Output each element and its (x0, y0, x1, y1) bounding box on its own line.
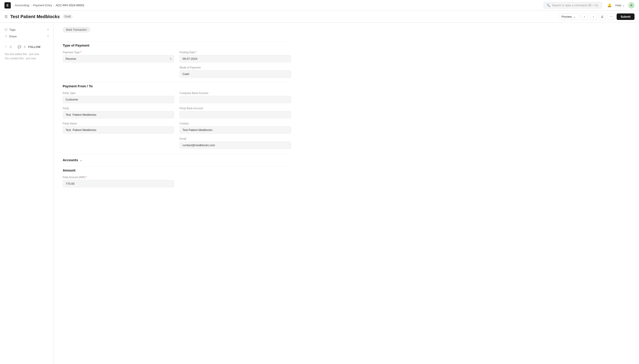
breadcrumb-sep-1: › (12, 4, 14, 7)
paid-amount-label: Paid Amount (INR)* (63, 176, 174, 179)
posting-date-required: * (196, 51, 196, 54)
follow-button[interactable]: FOLLOW (28, 46, 40, 48)
doc-header-actions: Preview ⌄ ‹ › 🖨 ··· Submit (558, 13, 634, 20)
party-group: Party (63, 107, 174, 118)
email-row: Email (63, 137, 291, 149)
type-of-payment-section-title: Type of Payment (63, 42, 291, 47)
sidebar-tags[interactable]: 🏷 Tags + (4, 26, 50, 33)
party-type-input[interactable] (63, 96, 174, 103)
paid-amount-row: Paid Amount (INR)* (63, 176, 291, 187)
party-name-group: Party Name (63, 122, 174, 134)
doc-header: ☰ Test Patient Medblocks Draft Preview ⌄… (0, 11, 639, 22)
party-type-label: Party Type (63, 92, 174, 95)
company-bank-account-label: Company Bank Account (180, 92, 291, 95)
share-icon: ↗ (4, 34, 7, 38)
nav-actions: 🔔 Help ⌄ A (607, 2, 634, 8)
tags-add-icon[interactable]: + (47, 28, 49, 32)
payment-type-row: Payment Type* Receive Pay Internal Trans… (63, 51, 291, 62)
last-edited-text: You last edited this · just now (4, 52, 49, 56)
help-label: Help (615, 4, 621, 7)
heart-icon: ♡ (4, 45, 7, 48)
app-logo[interactable]: E (4, 2, 11, 8)
company-bank-account-input[interactable] (180, 96, 291, 103)
breadcrumb: › Accounting › Payment Entry › ACC-PAY-2… (12, 4, 84, 7)
paid-amount-input[interactable] (63, 180, 174, 187)
preview-chevron-icon: ⌄ (573, 15, 576, 18)
party-name-row: Party Name Contact (63, 122, 291, 134)
doc-menu-icon[interactable]: ☰ (4, 14, 8, 19)
comment-icon: 💬 (18, 45, 21, 48)
preview-label: Preview (562, 15, 572, 18)
top-nav: E › Accounting › Payment Entry › ACC-PAY… (0, 0, 639, 11)
breadcrumb-accounting[interactable]: Accounting (15, 4, 29, 7)
form-content: Bank Transaction Type of Payment Payment… (54, 22, 300, 187)
paid-amount-required: * (86, 176, 87, 179)
posting-date-label: Posting Date* (180, 51, 291, 54)
party-bank-account-label: Party Bank Account (180, 107, 291, 110)
breadcrumb-sep-2: › (31, 4, 32, 7)
sidebar-edit-info: You last edited this · just now You crea… (4, 50, 50, 62)
breadcrumb-sep-3: › (53, 4, 54, 7)
accounts-chevron-icon: ⌄ (80, 158, 82, 162)
help-menu[interactable]: Help ⌄ (615, 4, 625, 7)
avatar[interactable]: A (628, 2, 634, 8)
search-icon: 🔍 (546, 4, 550, 7)
sidebar-stats: ♡ 0 · 💬 0 FOLLOW (4, 44, 50, 50)
accounts-section[interactable]: Accounts ⌄ (63, 154, 291, 162)
bell-icon[interactable]: 🔔 (607, 3, 612, 8)
amount-section-title: Amount (63, 166, 291, 172)
party-label: Party (63, 107, 174, 110)
breadcrumb-doc-id[interactable]: ACC-PAY-2024-00001 (56, 4, 84, 7)
company-bank-account-group: Company Bank Account (180, 92, 291, 103)
paid-amount-group: Paid Amount (INR)* (63, 176, 174, 187)
payment-type-label: Payment Type* (63, 51, 174, 54)
main-content: Bank Transaction Type of Payment Payment… (54, 22, 639, 364)
breadcrumb-payment-entry[interactable]: Payment Entry (33, 4, 52, 7)
payment-type-group: Payment Type* Receive Pay Internal Trans… (63, 51, 174, 62)
email-input[interactable] (180, 142, 291, 149)
layout: 🏷 Tags + ↗ Share + ♡ 0 · 💬 0 FOLLOW You … (0, 22, 639, 364)
sidebar-share[interactable]: ↗ Share + (4, 33, 50, 40)
likes-count: 0 (10, 45, 12, 48)
payment-type-select-wrapper: Receive Pay Internal Transfer ⇅ (63, 55, 174, 62)
created-text: You created this · just now (4, 56, 49, 61)
share-label: Share (9, 35, 17, 38)
party-name-input[interactable] (63, 126, 174, 134)
more-button[interactable]: ··· (608, 13, 615, 20)
email-label: Email (180, 137, 291, 140)
share-add-icon[interactable]: + (47, 34, 49, 38)
status-badge: Draft (62, 14, 73, 19)
party-type-group: Party Type (63, 92, 174, 103)
comments-count: 0 (24, 45, 26, 48)
contact-input[interactable] (180, 126, 291, 134)
party-type-row: Party Type Company Bank Account (63, 92, 291, 103)
tag-icon: 🏷 (4, 28, 8, 31)
bank-transaction-tag[interactable]: Bank Transaction (63, 27, 90, 32)
payment-from-to-section-title: Payment From / To (63, 82, 291, 88)
posting-date-input[interactable] (180, 55, 291, 62)
mode-of-payment-row: Mode of Payment (63, 66, 291, 78)
payment-type-select[interactable]: Receive Pay Internal Transfer (63, 55, 174, 62)
mode-of-payment-label: Mode of Payment (180, 66, 291, 69)
payment-type-required: * (80, 51, 82, 54)
search-bar[interactable]: 🔍 Search or type a command (⌘ + G) (544, 2, 602, 8)
preview-button[interactable]: Preview ⌄ (558, 14, 579, 20)
mode-of-payment-input[interactable] (180, 70, 291, 78)
contact-label: Contact (180, 122, 291, 125)
posting-date-group: Posting Date* (180, 51, 291, 62)
party-row: Party Party Bank Account (63, 107, 291, 118)
help-chevron-icon: ⌄ (622, 4, 625, 7)
mode-of-payment-group: Mode of Payment (180, 66, 291, 78)
accounts-section-title: Accounts (63, 158, 78, 162)
email-spacer (63, 137, 174, 149)
email-group: Email (180, 137, 291, 149)
party-bank-account-group: Party Bank Account (180, 107, 291, 118)
tags-label: Tags (10, 28, 16, 31)
submit-button[interactable]: Submit (616, 14, 634, 20)
party-name-label: Party Name (63, 122, 174, 125)
prev-button[interactable]: ‹ (581, 13, 588, 20)
party-input[interactable] (63, 111, 174, 118)
party-bank-account-input[interactable] (180, 111, 291, 118)
next-button[interactable]: › (590, 13, 597, 20)
print-button[interactable]: 🖨 (599, 13, 606, 20)
